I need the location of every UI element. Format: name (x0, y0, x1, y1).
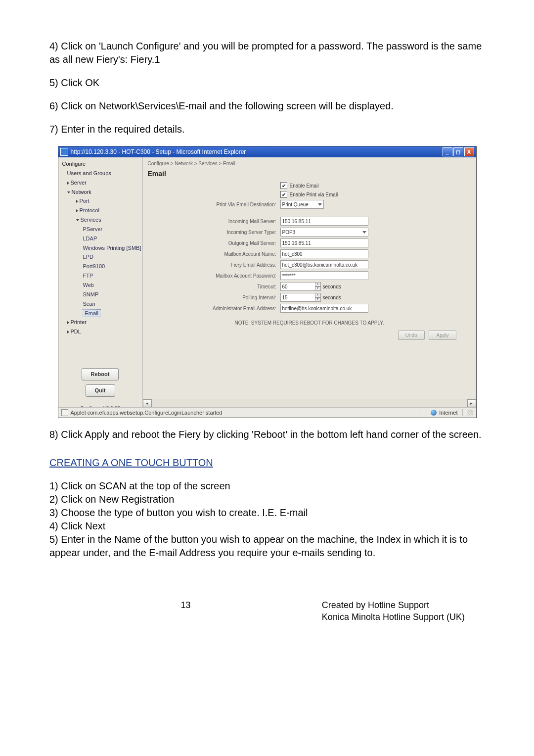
doc-substep-4: 4) Click Next (49, 520, 485, 533)
sidebar-lpd[interactable]: LPD (58, 252, 142, 262)
reboot-note: NOTE: SYSTEM REQUIRES REBOOT FOR CHANGES… (148, 320, 471, 327)
reboot-button[interactable]: Reboot (82, 368, 119, 380)
fiery-email-label: Fiery Email Address: (148, 262, 280, 269)
doc-substep-5: 5) Enter in the Name of the button you w… (49, 533, 485, 560)
outgoing-server-input[interactable]: 150.16.85.11 (280, 238, 368, 247)
ie-icon (60, 148, 68, 156)
chevron-right-icon (76, 209, 78, 212)
polling-label: Polling Interval: (148, 294, 280, 301)
chevron-right-icon (67, 182, 69, 185)
sidebar-pdl[interactable]: PDL (58, 327, 142, 336)
doc-step-4: 4) Click on 'Launch Configure' and you w… (49, 40, 485, 66)
main-panel: Configure > Network > Services > Email E… (143, 157, 476, 407)
sidebar-web[interactable]: Web (58, 281, 142, 290)
scroll-left-icon[interactable]: ◂ (143, 399, 152, 407)
version-label: Configure V2.0.35 (58, 403, 142, 407)
incoming-server-label: Incoming Mail Server: (148, 218, 280, 225)
undo-button[interactable]: Undo (398, 331, 425, 340)
resize-grip-icon[interactable] (467, 410, 473, 416)
page-title: Email (148, 169, 471, 179)
timeout-label: Timeout: (148, 284, 280, 290)
spin-down-icon[interactable]: ▾ (315, 286, 321, 291)
chevron-down-icon (76, 219, 79, 221)
enable-print-checkbox[interactable]: ✔ (280, 191, 287, 198)
sidebar-printer[interactable]: Printer (58, 318, 142, 327)
doc-substep-3: 3) Choose the type of button you wish to… (49, 506, 485, 520)
mailbox-name-input[interactable]: hot_c300 (280, 249, 368, 258)
status-message: Applet com.efi.apps.websetup.ConfigureLo… (71, 409, 222, 417)
chevron-down-icon (67, 191, 70, 193)
sidebar-protocol[interactable]: Protocol (58, 206, 142, 215)
print-dest-select[interactable]: Print Queue (280, 200, 324, 209)
incoming-type-label: Incoming Server Type: (148, 229, 280, 236)
footer-line-2: Konica Minolta Hotline Support (UK) (322, 611, 465, 623)
apply-button[interactable]: Apply (429, 331, 456, 340)
sidebar-ftp[interactable]: FTP (58, 271, 142, 281)
enable-print-label: Enable Print via Email (290, 191, 338, 198)
window-titlebar: http://10.120.3.30 - HOT-C300 - Setup - … (58, 146, 476, 157)
mailbox-name-label: Mailbox Account Name: (148, 251, 280, 258)
admin-email-input[interactable]: hotline@bs.konicaminolta.co.uk (280, 304, 368, 313)
seconds-label: seconds (323, 284, 341, 290)
spin-up-icon[interactable]: ▴ (315, 293, 321, 297)
window-title: http://10.120.3.30 - HOT-C300 - Setup - … (71, 148, 246, 156)
sidebar-scan[interactable]: Scan (58, 299, 142, 309)
sidebar: Configure Users and Groups Server Networ… (58, 157, 143, 407)
breadcrumb: Configure > Network > Services > Email (148, 160, 471, 167)
chevron-right-icon (76, 200, 78, 203)
doc-step-7: 7) Enter in the required details. (49, 123, 485, 136)
doc-step-5: 5) Click OK (49, 76, 485, 90)
incoming-server-input[interactable]: 150.16.85.11 (280, 217, 368, 226)
horizontal-scrollbar[interactable]: ◂ ▸ (143, 399, 476, 407)
sidebar-pserver[interactable]: PServer (58, 225, 142, 234)
chevron-down-icon (318, 203, 322, 206)
sidebar-port[interactable]: Port (58, 196, 142, 206)
minimize-button[interactable]: _ (443, 147, 452, 156)
applet-icon (61, 409, 68, 416)
doc-step-8: 8) Click Apply and reboot the Fiery by c… (49, 428, 485, 441)
page-number: 13 (49, 599, 322, 611)
status-bar: Applet com.efi.apps.websetup.ConfigureLo… (58, 407, 476, 418)
close-button[interactable]: X (464, 147, 474, 156)
spin-up-icon[interactable]: ▴ (315, 282, 321, 286)
chevron-right-icon (67, 331, 69, 333)
chevron-right-icon (67, 321, 69, 324)
polling-stepper[interactable]: 15 ▴▾ (280, 293, 321, 302)
timeout-stepper[interactable]: 60 ▴▾ (280, 282, 321, 291)
seconds-label: seconds (323, 294, 341, 301)
screenshot-window: http://10.120.3.30 - HOT-C300 - Setup - … (58, 146, 477, 418)
maximize-button[interactable]: ◻ (453, 147, 463, 156)
sidebar-ldap[interactable]: LDAP (58, 234, 142, 243)
section-heading: CREATING A ONE TOUCH BUTTON (49, 456, 485, 470)
enable-email-label: Enable Email (290, 183, 319, 189)
sidebar-users-groups[interactable]: Users and Groups (58, 169, 142, 178)
quit-button[interactable]: Quit (86, 384, 115, 397)
enable-email-checkbox[interactable]: ✔ (280, 182, 287, 189)
print-dest-label: Print Via Email Destination: (148, 201, 280, 208)
doc-substep-1: 1) Click on SCAN at the top of the scree… (49, 479, 485, 493)
chevron-down-icon (362, 231, 366, 234)
sidebar-port9100[interactable]: Port9100 (58, 262, 142, 271)
scroll-right-icon[interactable]: ▸ (467, 399, 476, 407)
admin-email-label: Administrator Email Address: (148, 305, 280, 312)
sidebar-network[interactable]: Network (58, 188, 142, 197)
sidebar-configure[interactable]: Configure (58, 159, 142, 169)
doc-step-6: 6) Click on Network\Services\E-mail and … (49, 99, 485, 113)
globe-icon (431, 410, 437, 416)
sidebar-email[interactable]: Email (58, 309, 142, 318)
spin-down-icon[interactable]: ▾ (315, 297, 321, 302)
doc-substep-2: 2) Click on New Registration (49, 493, 485, 506)
zone-label: Internet (439, 409, 457, 417)
incoming-type-select[interactable]: POP3 (280, 228, 368, 236)
fiery-email-input[interactable]: hot_c300@bs.konicaminolta.co.uk (280, 260, 368, 269)
mailbox-pw-label: Mailbox Account Password: (148, 273, 280, 280)
mailbox-pw-input[interactable]: ******* (280, 271, 368, 280)
sidebar-services[interactable]: Services (58, 215, 142, 225)
sidebar-winprint[interactable]: Windows Printing [SMB] (58, 243, 142, 253)
footer-line-1: Created by Hotline Support (322, 599, 465, 611)
outgoing-server-label: Outgoing Mail Server: (148, 240, 280, 247)
sidebar-snmp[interactable]: SNMP (58, 290, 142, 299)
sidebar-server[interactable]: Server (58, 178, 142, 188)
